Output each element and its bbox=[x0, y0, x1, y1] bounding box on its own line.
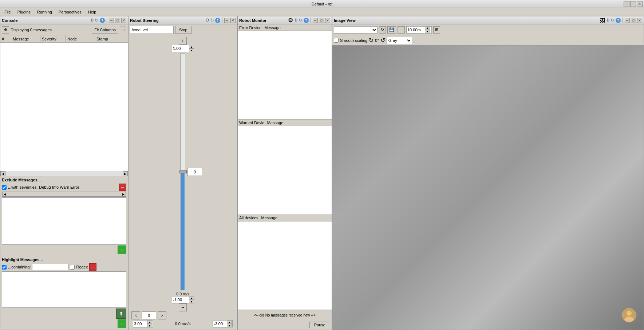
window-maximize-btn[interactable]: □ bbox=[630, 1, 636, 7]
steering-close-btn[interactable]: ✕ bbox=[230, 18, 236, 23]
zoom-spinbox[interactable]: ▲ ▼ bbox=[406, 26, 432, 34]
zoom-up[interactable]: ▲ bbox=[425, 26, 430, 30]
containing-input[interactable] bbox=[32, 264, 68, 270]
col-message[interactable]: Message bbox=[11, 35, 40, 42]
pause-btn[interactable]: Pause bbox=[309, 322, 330, 328]
linear-max-input[interactable] bbox=[172, 46, 189, 51]
monitor-panel: Robot Monitor ⚙ D ↻ ? ─ □ ✕ Error Device… bbox=[237, 16, 332, 330]
console-options-btn[interactable]: ⊕ bbox=[2, 26, 9, 34]
stop-btn[interactable]: Stop bbox=[175, 26, 191, 34]
image-help-icon[interactable]: ? bbox=[616, 18, 621, 23]
col-node[interactable]: Node bbox=[66, 35, 95, 42]
main-container: Console D ↻ ? ─ □ ✕ ⊕ Displaying 0 messa… bbox=[0, 16, 644, 330]
topic-select[interactable] bbox=[334, 26, 378, 34]
rotate-right-icon[interactable]: ↻ bbox=[369, 37, 374, 44]
window-close-btn[interactable]: ✕ bbox=[637, 1, 643, 7]
linear-track[interactable] bbox=[180, 54, 185, 290]
add-highlight-btn[interactable]: ⬆ bbox=[116, 309, 126, 319]
console-minimize-btn[interactable]: ─ bbox=[109, 18, 114, 23]
rot-right-input[interactable] bbox=[213, 322, 227, 326]
image-reset-btn[interactable]: ⊞ bbox=[433, 26, 440, 34]
console-hscroll[interactable]: ◀ ▶ bbox=[0, 171, 128, 176]
menu-file[interactable]: File bbox=[1, 8, 14, 16]
monitor-refresh-icon[interactable]: ↻ bbox=[299, 17, 303, 23]
console-close-btn[interactable]: ✕ bbox=[121, 18, 126, 23]
rot-left-input[interactable] bbox=[133, 322, 147, 326]
menu-plugins[interactable]: Plugins bbox=[15, 8, 33, 16]
monitor-help-icon[interactable]: ? bbox=[304, 18, 309, 23]
fit-columns-btn[interactable]: Fit Columns bbox=[92, 26, 118, 34]
menu-help[interactable]: Help bbox=[85, 8, 99, 16]
rot-right-up[interactable]: ▲ bbox=[227, 320, 232, 324]
linear-min-input[interactable] bbox=[172, 298, 189, 302]
zoom-down[interactable]: ▼ bbox=[425, 30, 430, 34]
console-toggle-btn[interactable]: □ bbox=[120, 27, 126, 33]
warned-content[interactable] bbox=[238, 126, 332, 214]
linear-max-down[interactable]: ▼ bbox=[189, 48, 194, 52]
linear-min-down[interactable]: ▼ bbox=[189, 300, 194, 303]
menu-running[interactable]: Running bbox=[34, 8, 55, 16]
scroll-left-btn[interactable]: ◀ bbox=[0, 171, 5, 176]
color-select[interactable]: Gray Jet Hot HSV bbox=[387, 37, 412, 44]
zoom-input[interactable] bbox=[407, 28, 425, 32]
linear-min-spinbox[interactable]: ▲ ▼ bbox=[172, 296, 194, 303]
exclude-filter-box[interactable] bbox=[2, 197, 126, 245]
steering-minimize-btn[interactable]: ─ bbox=[224, 18, 229, 23]
col-hash[interactable]: # bbox=[0, 35, 11, 42]
rot-left-spinbox[interactable]: ▲ ▼ bbox=[133, 320, 153, 327]
severity-checkbox[interactable] bbox=[2, 185, 7, 190]
nav-left-btn[interactable]: < bbox=[131, 311, 140, 319]
monitor-minimize-btn[interactable]: ─ bbox=[313, 18, 318, 23]
col-stamp[interactable]: Stamp bbox=[95, 35, 124, 42]
window-minimize-btn[interactable]: ─ bbox=[624, 1, 629, 7]
image-minimize-btn[interactable]: ─ bbox=[625, 18, 630, 23]
linear-plus-btn[interactable]: + bbox=[179, 37, 187, 45]
console-help-icon[interactable]: ? bbox=[100, 18, 105, 23]
remove-severity-btn[interactable]: ─ bbox=[119, 184, 126, 191]
sev-scroll-right[interactable]: ▶ bbox=[121, 192, 126, 197]
add-exclude-btn[interactable]: + bbox=[118, 245, 126, 254]
linear-thumb[interactable] bbox=[179, 170, 187, 173]
image-float-btn[interactable]: □ bbox=[631, 18, 636, 23]
image-refresh-icon[interactable]: ↻ bbox=[611, 17, 615, 23]
highlight-content-box[interactable] bbox=[2, 271, 126, 308]
console-float-btn[interactable]: □ bbox=[115, 18, 120, 23]
severity-scroll[interactable]: ◀ ▶ bbox=[2, 192, 126, 197]
rot-right-down[interactable]: ▼ bbox=[227, 324, 232, 327]
rotate-left-icon[interactable]: ↺ bbox=[380, 37, 385, 44]
linear-minus-btn[interactable]: − bbox=[179, 303, 187, 311]
image-refresh-btn[interactable]: ↻ bbox=[379, 26, 386, 34]
col-severity[interactable]: Severity bbox=[40, 35, 66, 42]
highlight-checkbox[interactable] bbox=[2, 265, 7, 270]
image-panel-title: Image View bbox=[334, 18, 599, 23]
image-save-btn[interactable]: 💾 bbox=[387, 26, 396, 34]
linear-max-spinbox[interactable]: ▲ ▼ bbox=[172, 45, 194, 52]
linear-min-up[interactable]: ▲ bbox=[189, 296, 194, 300]
error-content[interactable] bbox=[238, 31, 332, 119]
nav-right-btn[interactable]: > bbox=[158, 311, 166, 319]
sev-scroll-left[interactable]: ◀ bbox=[2, 192, 7, 197]
monitor-close-btn[interactable]: ✕ bbox=[325, 18, 330, 23]
image-close-btn[interactable]: ✕ bbox=[637, 18, 642, 23]
all-devices-content[interactable] bbox=[238, 221, 332, 310]
menu-perspectives[interactable]: Perspectives bbox=[56, 8, 84, 16]
console-content[interactable] bbox=[0, 43, 128, 171]
remove-highlight-btn[interactable]: ─ bbox=[89, 263, 96, 271]
monitor-titlebar: Robot Monitor ⚙ D ↻ ? ─ □ ✕ bbox=[238, 16, 332, 24]
exclude-add-row: + bbox=[2, 245, 126, 254]
image-checkbox[interactable] bbox=[398, 26, 405, 34]
steering-help-icon[interactable]: ? bbox=[215, 18, 220, 23]
linear-max-up[interactable]: ▲ bbox=[189, 45, 194, 48]
regex-checkbox[interactable] bbox=[70, 265, 75, 270]
add-highlight2-btn[interactable]: + bbox=[118, 319, 126, 328]
rot-left-down[interactable]: ▼ bbox=[147, 324, 152, 327]
smooth-checkbox[interactable] bbox=[334, 38, 339, 43]
scroll-track[interactable] bbox=[5, 171, 123, 176]
rot-right-spinbox[interactable]: ▲ ▼ bbox=[213, 320, 233, 327]
topic-input[interactable] bbox=[130, 26, 174, 34]
console-refresh-icon[interactable]: ↻ bbox=[95, 17, 99, 23]
rot-left-up[interactable]: ▲ bbox=[147, 320, 152, 324]
monitor-float-btn[interactable]: □ bbox=[319, 18, 324, 23]
scroll-right-btn[interactable]: ▶ bbox=[123, 171, 128, 176]
steering-refresh-icon[interactable]: ↻ bbox=[210, 17, 214, 23]
